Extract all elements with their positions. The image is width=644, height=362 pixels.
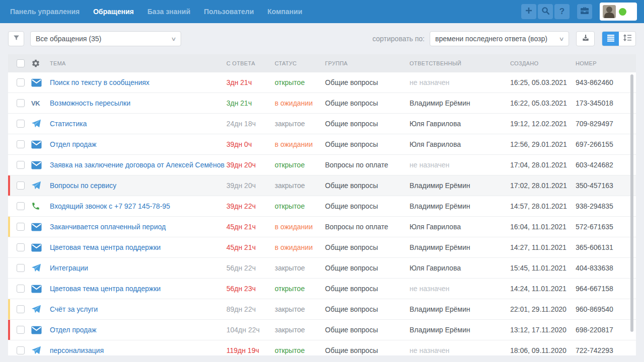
table-row[interactable]: Счёт за услуги89дн 22чзакрытоеОбщие вопр… — [8, 299, 636, 320]
table-row[interactable]: Заявка на заключение договора от Алексей… — [8, 155, 636, 175]
download-icon — [582, 34, 590, 44]
nav-item-4[interactable]: Компании — [268, 8, 302, 16]
telegram-icon — [31, 181, 50, 190]
nav-item-2[interactable]: База знаний — [147, 8, 190, 16]
created-label: 12:56, 29.01.2021 — [510, 140, 576, 148]
ticket-subject[interactable]: Заявка на заключение договора от Алексей… — [50, 161, 226, 169]
telegram-icon — [31, 346, 50, 355]
list-view-button[interactable] — [602, 32, 619, 46]
ticket-subject[interactable]: Цветовая тема центра поддержки — [50, 285, 226, 293]
time-since-reply: 56дн 23ч — [226, 285, 275, 293]
column-header-status[interactable]: СТАТУС — [275, 60, 325, 66]
ticket-subject[interactable]: Вопросы по сервису — [50, 182, 226, 190]
chevron-down-icon: ∨ — [171, 36, 176, 42]
sort-select[interactable]: времени последнего ответа (возр) ∨ — [430, 31, 569, 46]
ticket-subject[interactable]: Цветовая тема центра поддержки — [50, 243, 226, 251]
row-checkbox[interactable] — [17, 161, 25, 169]
ticket-subject[interactable]: Возможность пересылки — [50, 99, 226, 107]
group-label: Общие вопросы — [325, 182, 410, 190]
row-checkbox[interactable] — [17, 223, 25, 231]
column-header-number[interactable]: НОМЕР — [576, 60, 636, 66]
row-checkbox[interactable] — [17, 305, 25, 313]
select-all-checkbox[interactable] — [17, 59, 25, 67]
status-label: открытое — [275, 161, 325, 169]
nav-items: Панель управленияОбращенияБаза знанийПол… — [10, 8, 302, 16]
row-checkbox[interactable] — [17, 182, 25, 190]
priority-bar — [8, 155, 10, 175]
row-checkbox[interactable] — [17, 326, 25, 334]
group-label: Общие вопросы — [325, 326, 410, 334]
ticket-subject[interactable]: Отдел продаж — [50, 326, 226, 334]
table-row[interactable]: Поиск по тексту в сообщениях3дн 21чоткры… — [8, 72, 636, 93]
table-row[interactable]: Интеграции56дн 22чзакрытоеОбщие вопросыЮ… — [8, 258, 636, 279]
row-checkbox[interactable] — [17, 264, 25, 272]
toolbox-button[interactable] — [577, 4, 592, 19]
vertical-scrollbar[interactable] — [630, 74, 633, 332]
row-checkbox[interactable] — [17, 346, 25, 354]
time-since-reply: 24дн 18ч — [226, 120, 275, 128]
add-ticket-button[interactable] — [521, 4, 536, 19]
nav-item-1[interactable]: Обращения — [93, 8, 134, 16]
view-toggle — [602, 31, 636, 46]
gear-icon[interactable] — [31, 59, 50, 68]
table-row[interactable]: Цветовая тема центра поддержки45дн 21чв … — [8, 237, 636, 258]
assignee-label: не назначен — [410, 161, 510, 169]
table-row[interactable]: Заканчивается оплаченный период45дн 21чв… — [8, 217, 636, 237]
table-row[interactable]: персонализация119дн 19чоткрытоеОбщие воп… — [8, 340, 636, 355]
export-button[interactable] — [576, 31, 595, 46]
row-checkbox[interactable] — [17, 243, 25, 251]
column-header-assignee[interactable]: ОТВЕТСТВЕННЫЙ — [410, 60, 510, 66]
group-label: Общие вопросы — [325, 264, 410, 272]
ticket-number: 697-266155 — [576, 140, 636, 148]
column-header-created[interactable]: СОЗДАНО — [510, 60, 576, 66]
nav-item-3[interactable]: Пользователи — [204, 8, 254, 16]
nav-item-0[interactable]: Панель управления — [10, 8, 79, 16]
status-label: открытое — [275, 346, 325, 354]
help-button[interactable]: ? — [554, 4, 570, 19]
sort-by-label: сортировать по: — [372, 35, 425, 43]
ticket-subject[interactable]: Входящий звонок с +7 927 145-78-95 — [50, 202, 226, 210]
table-row[interactable]: Цветовая тема центра поддержки56дн 23чот… — [8, 279, 636, 299]
user-menu[interactable] — [600, 3, 637, 21]
row-checkbox[interactable] — [17, 285, 25, 293]
table-row[interactable]: Вопросы по сервису39дн 20чзакрытоеОбщие … — [8, 175, 636, 196]
row-checkbox[interactable] — [17, 99, 25, 107]
time-since-reply: 39дн 22ч — [226, 202, 275, 210]
compact-view-icon — [623, 34, 632, 44]
column-header-subject[interactable]: ТЕМА — [50, 60, 226, 66]
ticket-subject[interactable]: персонализация — [50, 346, 226, 354]
search-button[interactable] — [538, 4, 553, 19]
ticket-subject[interactable]: Поиск по тексту в сообщениях — [50, 78, 226, 86]
column-header-group[interactable]: ГРУППА — [325, 60, 410, 66]
table-row[interactable]: Отдел продаж39дн 0чв ожиданииОбщие вопро… — [8, 134, 636, 155]
column-header-since-reply[interactable]: С ОТВЕТА — [226, 60, 275, 66]
table-row[interactable]: Входящий звонок с +7 927 145-78-9539дн 2… — [8, 196, 636, 217]
ticket-subject[interactable]: Счёт за услуги — [50, 305, 226, 313]
ticket-subject[interactable]: Интеграции — [50, 264, 226, 272]
compact-view-button[interactable] — [619, 32, 635, 46]
ticket-subject[interactable]: Заканчивается оплаченный период — [50, 223, 226, 231]
ticket-number: 572-671635 — [576, 223, 636, 231]
mail-icon — [31, 326, 50, 334]
table-row[interactable]: VKВозможность пересылки3дн 21чв ожидании… — [8, 93, 636, 114]
ticket-number: 722-742293 — [576, 346, 636, 354]
created-label: 13:12, 17.11.2020 — [510, 326, 576, 334]
row-checkbox[interactable] — [17, 202, 25, 210]
row-checkbox[interactable] — [17, 140, 25, 148]
assignee-label: не назначен — [410, 285, 510, 293]
table-row[interactable]: Отдел продаж104дн 22чзакрытоеОбщие вопро… — [8, 320, 636, 340]
created-label: 14:27, 11.01.2021 — [510, 243, 576, 251]
ticket-subject[interactable]: Статистика — [50, 120, 226, 128]
table-row[interactable]: Статистика24дн 18чзакрытоеОбщие вопросыЮ… — [8, 114, 636, 134]
time-since-reply: 39дн 20ч — [226, 182, 275, 190]
group-label: Общие вопросы — [325, 99, 410, 107]
filter-button[interactable] — [8, 31, 24, 46]
list-view-icon — [607, 34, 615, 44]
priority-bar — [8, 279, 10, 299]
priority-bar — [8, 320, 10, 340]
ticket-filter-select[interactable]: Все обращения (35) ∨ — [30, 31, 181, 46]
mail-icon — [31, 285, 50, 293]
ticket-subject[interactable]: Отдел продаж — [50, 140, 226, 148]
row-checkbox[interactable] — [17, 120, 25, 128]
row-checkbox[interactable] — [17, 78, 25, 86]
